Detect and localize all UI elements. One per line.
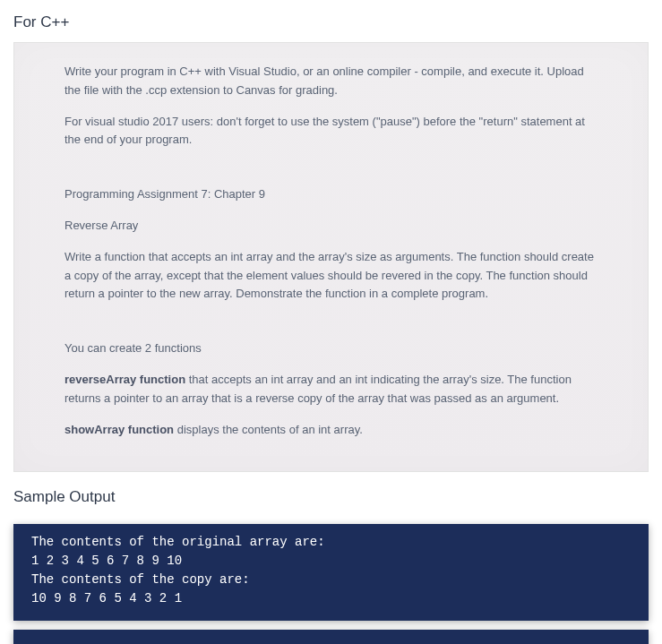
heading-cpp: For C++ <box>13 13 649 31</box>
function-1-label: reverseArray function <box>64 373 185 386</box>
sample-output-heading: Sample Output <box>13 488 649 506</box>
intro-paragraph-2: For visual studio 2017 users: don't forg… <box>64 113 598 150</box>
functions-intro: You can create 2 functions <box>64 339 598 358</box>
intro-paragraph-1: Write your program in C++ with Visual St… <box>64 63 598 100</box>
function-2-desc: displays the contents of an int array. <box>174 423 363 436</box>
terminal1-line4: 10 9 8 7 6 5 4 3 2 1 <box>31 589 631 608</box>
assignment-description: Write a function that accepts an int arr… <box>64 248 598 304</box>
terminal1-line1: The contents of the original array are: <box>31 533 631 552</box>
terminal1-line2: 1 2 3 4 5 6 7 8 9 10 <box>31 552 631 571</box>
terminal-output-2: The contents of the original array are: … <box>13 630 649 644</box>
function-2-label: showArray function <box>64 423 174 436</box>
assignment-subtitle: Reverse Array <box>64 217 598 236</box>
function-2: showArray function displays the contents… <box>64 421 598 440</box>
function-1: reverseArray function that accepts an in… <box>64 371 598 408</box>
assignment-title: Programming Assignment 7: Chapter 9 <box>64 185 598 204</box>
terminal-output-1: The contents of the original array are: … <box>13 524 649 621</box>
terminal1-line3: The contents of the copy are: <box>31 571 631 589</box>
assignment-instructions: Write your program in C++ with Visual St… <box>13 42 649 472</box>
terminal-output-wrapper: The contents of the original array are: … <box>13 524 649 644</box>
